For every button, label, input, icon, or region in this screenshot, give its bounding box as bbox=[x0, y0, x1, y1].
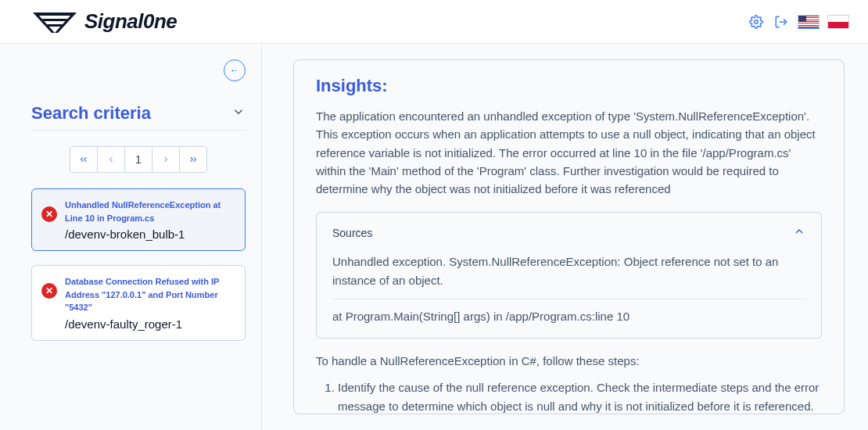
main-content: Insights: The application encountered an… bbox=[262, 44, 868, 430]
logo-mark-icon bbox=[31, 9, 78, 34]
source-message: Unhandled exception. System.NullReferenc… bbox=[332, 253, 805, 289]
page-next-button[interactable] bbox=[152, 146, 180, 173]
issue-content: Unhandled NullReferenceException at Line… bbox=[65, 199, 235, 241]
arrow-left-icon: ← bbox=[230, 65, 239, 76]
sources-toggle[interactable]: Sources bbox=[332, 225, 805, 240]
steps-list: Identify the cause of the null reference… bbox=[316, 378, 822, 414]
issue-container: /devenv-broken_bulb-1 bbox=[65, 228, 235, 241]
sidebar: ← Search criteria 1 ✕ bbox=[0, 44, 262, 430]
issue-card[interactable]: ✕ Database Connection Refused with IP Ad… bbox=[31, 265, 246, 341]
sources-box: Sources Unhandled exception. System.Null… bbox=[316, 212, 822, 339]
chevrons-right-icon bbox=[188, 154, 199, 165]
back-button[interactable]: ← bbox=[224, 59, 246, 81]
insights-summary: The application encountered an unhandled… bbox=[316, 107, 822, 198]
chevron-up-icon bbox=[793, 225, 805, 240]
step-item: Identify the cause of the null reference… bbox=[338, 378, 822, 414]
page-last-button[interactable] bbox=[179, 146, 207, 173]
error-icon: ✕ bbox=[41, 206, 57, 222]
header: Signal0ne bbox=[0, 0, 868, 44]
language-flag-pl[interactable] bbox=[827, 15, 849, 29]
pagination: 1 bbox=[31, 146, 246, 173]
insights-heading: Insights: bbox=[316, 76, 822, 96]
chevron-left-icon bbox=[106, 155, 116, 164]
source-stacktrace: at Program.Main(String[] args) in /app/P… bbox=[332, 299, 805, 325]
page-first-button[interactable] bbox=[70, 146, 98, 173]
settings-button[interactable] bbox=[748, 13, 765, 30]
language-flag-us[interactable] bbox=[798, 15, 820, 29]
issue-content: Database Connection Refused with IP Addr… bbox=[65, 275, 235, 331]
logout-icon bbox=[774, 15, 788, 29]
page-prev-button[interactable] bbox=[97, 146, 125, 173]
sources-label: Sources bbox=[332, 227, 372, 239]
issue-title: Database Connection Refused with IP Addr… bbox=[65, 275, 235, 314]
issue-title: Unhandled NullReferenceException at Line… bbox=[65, 199, 235, 224]
issue-card[interactable]: ✕ Unhandled NullReferenceException at Li… bbox=[31, 188, 246, 251]
search-criteria-toggle[interactable]: Search criteria bbox=[31, 103, 246, 131]
chevrons-left-icon bbox=[78, 154, 89, 165]
svg-point-0 bbox=[755, 20, 759, 23]
page-number[interactable]: 1 bbox=[124, 146, 152, 173]
steps-intro: To handle a NullReferenceException in C#… bbox=[316, 354, 822, 367]
chevron-right-icon bbox=[161, 155, 170, 164]
logout-button[interactable] bbox=[773, 13, 790, 30]
app-body: ← Search criteria 1 ✕ bbox=[0, 44, 868, 430]
chevron-down-icon bbox=[231, 103, 246, 124]
error-icon: ✕ bbox=[41, 283, 57, 299]
insights-panel[interactable]: Insights: The application encountered an… bbox=[293, 59, 845, 414]
sources-body: Unhandled exception. System.NullReferenc… bbox=[332, 253, 805, 325]
issue-container: /devenv-faulty_roger-1 bbox=[65, 317, 235, 331]
brand-name: Signal0ne bbox=[84, 9, 177, 34]
brand-logo[interactable]: Signal0ne bbox=[31, 9, 177, 34]
gear-icon bbox=[749, 15, 763, 29]
search-criteria-label: Search criteria bbox=[31, 103, 151, 124]
header-actions bbox=[748, 13, 849, 30]
